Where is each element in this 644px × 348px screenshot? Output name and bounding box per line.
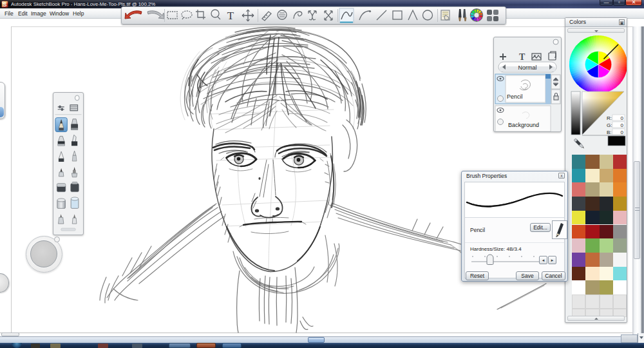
svg-text:0: 0 [621,122,624,128]
svg-text:0: 0 [621,115,624,121]
svg-text:T: T [519,52,526,62]
svg-text:Background: Background [508,122,539,128]
svg-text:0: 0 [621,130,624,135]
svg-text:T: T [227,10,234,22]
svg-text:Pencil: Pencil [507,93,523,100]
svg-text:R:: R: [607,115,612,121]
svg-text:G:: G: [607,122,612,128]
svg-text:B:: B: [607,130,612,135]
svg-text:Normal: Normal [518,64,536,71]
